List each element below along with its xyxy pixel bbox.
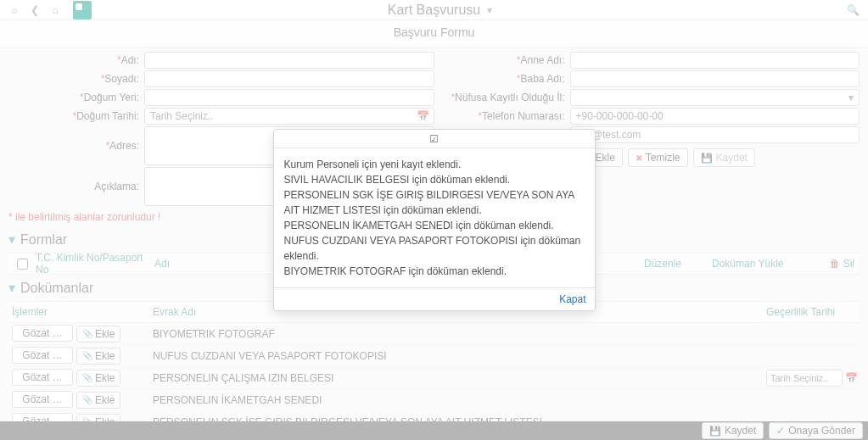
- check-icon: ☑: [429, 133, 439, 145]
- modal-line: SIVIL HAVACILIK BELGESI için döküman ekl…: [284, 172, 585, 187]
- kapat-link[interactable]: Kapat: [559, 293, 585, 305]
- modal-line: BIYOMETRIK FOTOGRAF için döküman eklendi…: [284, 264, 585, 279]
- modal-line: PERSONELIN SGK İŞE GIRIŞ BILDIRGESI VE/V…: [284, 187, 585, 218]
- modal-line: Kurum Personeli için yeni kayıt eklendi.: [284, 157, 585, 172]
- modal-body: Kurum Personeli için yeni kayıt eklendi.…: [274, 148, 595, 287]
- modal-line: PERSONELIN İKAMETGAH SENEDI için döküman…: [284, 218, 585, 233]
- modal-line: NUFUS CUZDANI VEYA PASAPORT FOTOKOPISI i…: [284, 233, 585, 264]
- success-modal: ☑ Kurum Personeli için yeni kayıt eklend…: [273, 129, 596, 311]
- modal-overlay: ☑ Kurum Personeli için yeni kayıt eklend…: [0, 0, 868, 440]
